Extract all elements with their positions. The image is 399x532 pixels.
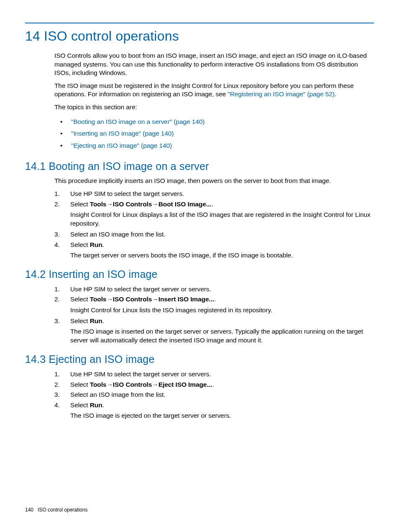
section-title-inserting: 14.2 Inserting an ISO image <box>25 268 374 280</box>
top-rule <box>25 23 374 23</box>
step-subtext: The ISO image is ejected on the target s… <box>70 411 374 420</box>
menu-tools: Tools <box>90 296 107 303</box>
step-text: . <box>211 200 213 208</box>
register-iso-link[interactable]: "Registering an ISO image" (page 52) <box>228 90 335 98</box>
step-subtext: Insight Control for Linux lists the ISO … <box>70 306 374 315</box>
list-item: Select Run. The ISO image is inserted on… <box>54 316 374 345</box>
step-text: Use HP SIM to select the target server o… <box>70 285 211 293</box>
menu-tools: Tools <box>90 200 107 208</box>
step-text: Select <box>70 317 90 324</box>
list-item: "Inserting an ISO image" (page 140) <box>60 128 374 140</box>
intro-block: ISO Controls allow you to boot from an I… <box>54 51 374 152</box>
step-subtext: Insight Control for Linux displays a lis… <box>70 211 374 228</box>
list-item: Select Run. The ISO image is ejected on … <box>54 401 374 420</box>
list-item: Select Tools→ISO Controls→Eject ISO Imag… <box>54 380 374 389</box>
list-item: Select Run. The target server or servers… <box>54 240 374 260</box>
page-footer: 140 ISO control operations <box>25 507 87 513</box>
menu-eject-iso: Eject ISO Image... <box>159 381 212 388</box>
booting-steps: Use HP SIM to select the target servers.… <box>54 189 374 260</box>
intro-p2-text-b: . <box>335 90 336 98</box>
topic-link-ejecting[interactable]: "Ejecting an ISO image" (page 140) <box>71 142 172 149</box>
inserting-steps: Use HP SIM to select the target server o… <box>54 285 374 345</box>
section-body-inserting: Use HP SIM to select the target server o… <box>54 285 374 345</box>
list-item: "Booting an ISO image on a server" (page… <box>60 116 374 128</box>
run-label: Run <box>90 241 102 248</box>
step-text: . <box>212 381 214 388</box>
step-text: Select <box>70 381 90 388</box>
ejecting-steps: Use HP SIM to select the target server o… <box>54 370 374 420</box>
list-item: Select an ISO image from the list. <box>54 390 374 399</box>
menu-insert-iso: Insert ISO Image... <box>159 296 214 303</box>
topics-list: "Booting an ISO image on a server" (page… <box>60 116 374 152</box>
step-text: Select <box>70 401 90 409</box>
menu-iso-controls: ISO Controls <box>113 296 152 303</box>
list-item: Select Tools→ISO Controls→Insert ISO Ima… <box>54 295 374 314</box>
list-item: "Ejecting an ISO image" (page 140) <box>60 140 374 152</box>
chapter-title: 14 ISO control operations <box>25 28 374 44</box>
section-title-ejecting: 14.3 Ejecting an ISO image <box>25 353 374 365</box>
step-subtext: The target server or servers boots the I… <box>70 251 374 260</box>
section-title-booting: 14.1 Booting an ISO image on a server <box>25 160 374 172</box>
page-number: 140 <box>25 507 33 513</box>
list-item: Use HP SIM to select the target server o… <box>54 285 374 294</box>
step-text: Select an ISO image from the list. <box>70 231 165 238</box>
menu-boot-iso: Boot ISO Image... <box>159 200 212 208</box>
step-text: Use HP SIM to select the target servers. <box>70 190 184 197</box>
step-subtext: The ISO image is inserted on the target … <box>70 327 374 345</box>
step-text: Select <box>70 200 90 208</box>
menu-iso-controls: ISO Controls <box>113 381 152 388</box>
step-text: . <box>102 317 104 324</box>
intro-p2: The ISO image must be registered in the … <box>54 82 374 99</box>
intro-p1: ISO Controls allow you to boot from an I… <box>54 51 374 77</box>
topics-label: The topics in this section are: <box>54 103 374 112</box>
topic-link-booting[interactable]: "Booting an ISO image on a server" (page… <box>71 118 205 125</box>
page-content: 14 ISO control operations ISO Controls a… <box>0 0 399 420</box>
topic-link-inserting[interactable]: "Inserting an ISO image" (page 140) <box>71 130 174 137</box>
menu-tools: Tools <box>90 381 107 388</box>
step-text: Select an ISO image from the list. <box>70 391 165 398</box>
footer-title: ISO control operations <box>38 507 87 513</box>
step-text: Select <box>70 241 90 248</box>
step-text: . <box>102 401 104 409</box>
step-text: . <box>214 296 216 303</box>
step-text: Use HP SIM to select the target server o… <box>70 370 211 378</box>
section-body-ejecting: Use HP SIM to select the target server o… <box>54 370 374 420</box>
run-label: Run <box>90 317 102 324</box>
section-body-booting: This procedure implicitly inserts an ISO… <box>54 177 374 260</box>
list-item: Use HP SIM to select the target server o… <box>54 370 374 379</box>
list-item: Select an ISO image from the list. <box>54 230 374 239</box>
step-text: Select <box>70 296 90 303</box>
booting-intro: This procedure implicitly inserts an ISO… <box>54 177 374 185</box>
run-label: Run <box>90 401 102 409</box>
menu-iso-controls: ISO Controls <box>113 200 152 208</box>
list-item: Select Tools→ISO Controls→Boot ISO Image… <box>54 200 374 228</box>
step-text: . <box>102 241 104 248</box>
list-item: Use HP SIM to select the target servers. <box>54 189 374 198</box>
